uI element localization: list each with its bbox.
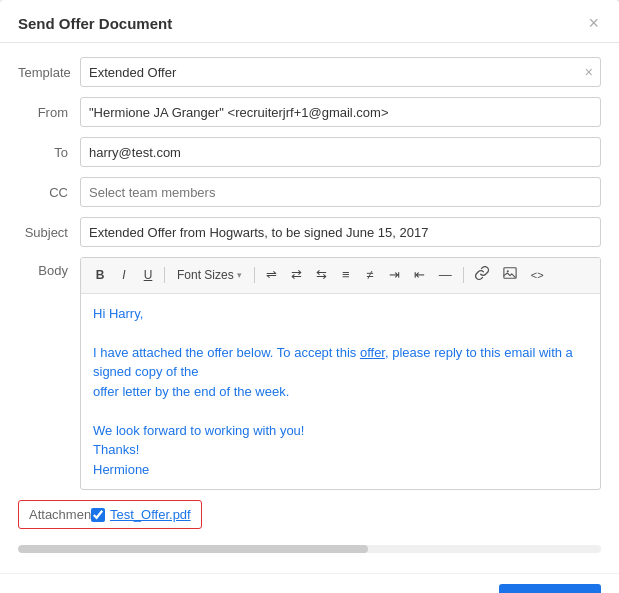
body-line5: Hermione: [93, 460, 588, 480]
italic-button[interactable]: I: [113, 264, 135, 287]
list-bullet-button[interactable]: ≡: [335, 263, 357, 287]
code-button[interactable]: <>: [525, 265, 550, 286]
font-sizes-dropdown[interactable]: Font Sizes ▾: [170, 265, 249, 285]
template-input[interactable]: [80, 57, 601, 87]
align-left-button[interactable]: ⇌: [260, 263, 283, 287]
attachment-checkbox[interactable]: [91, 508, 105, 522]
template-row: Template ×: [18, 57, 601, 87]
dialog-footer: Cancel Send Email: [0, 573, 619, 593]
scrollbar-thumb: [18, 545, 368, 553]
subject-input[interactable]: [80, 217, 601, 247]
dialog-header: Send Offer Document ×: [0, 0, 619, 43]
send-offer-dialog: Send Offer Document × Template × From (f…: [0, 0, 619, 593]
horizontal-scrollbar[interactable]: [18, 545, 601, 553]
to-row: To: [18, 137, 601, 167]
body-line3: We look forward to working with you!: [93, 421, 588, 441]
indent-button[interactable]: ⇥: [383, 263, 406, 287]
subject-row: Subject: [18, 217, 601, 247]
toolbar-separator-3: [463, 267, 464, 283]
toolbar-separator-1: [164, 267, 165, 283]
to-input[interactable]: [80, 137, 601, 167]
body-line2b: offer letter by the end of the week.: [93, 382, 588, 402]
attachments-section: Attachments Test_Offer.pdf: [18, 500, 601, 539]
body-line2: I have attached the offer below. To acce…: [93, 343, 588, 382]
cc-row: CC: [18, 177, 601, 207]
cc-input[interactable]: [80, 177, 601, 207]
align-center-button[interactable]: ⇄: [285, 263, 308, 287]
align-right-button[interactable]: ⇆: [310, 263, 333, 287]
from-input[interactable]: [80, 97, 601, 127]
subject-label: Subject: [18, 225, 80, 240]
svg-point-1: [506, 270, 508, 272]
from-row: From (function() { var el = document.que…: [18, 97, 601, 127]
editor-content[interactable]: Hi Harry, I have attached the offer belo…: [81, 294, 600, 490]
attachment-filename: Test_Offer.pdf: [110, 507, 191, 522]
close-button[interactable]: ×: [586, 14, 601, 32]
outdent-button[interactable]: ⇤: [408, 263, 431, 287]
template-wrapper: ×: [80, 57, 601, 87]
template-clear-button[interactable]: ×: [585, 65, 593, 79]
dialog-body: Template × From (function() { var el = d…: [0, 43, 619, 573]
template-label: Template: [18, 65, 80, 80]
editor-wrapper: B I U Font Sizes ▾ ⇌ ⇄ ⇆ ≡ ≠ ⇥ ⇤: [80, 257, 601, 490]
to-label: To: [18, 145, 80, 160]
body-row: Body B I U Font Sizes ▾ ⇌ ⇄ ⇆ ≡: [18, 257, 601, 490]
editor-toolbar: B I U Font Sizes ▾ ⇌ ⇄ ⇆ ≡ ≠ ⇥ ⇤: [81, 258, 600, 294]
attachment-item: Test_Offer.pdf: [91, 507, 191, 522]
body-label: Body: [18, 257, 80, 278]
body-line1: Hi Harry,: [93, 304, 588, 324]
bold-button[interactable]: B: [89, 264, 111, 287]
attachments-row: Attachments Test_Offer.pdf: [18, 500, 202, 529]
font-sizes-label: Font Sizes: [177, 268, 234, 282]
dropdown-arrow-icon: ▾: [237, 270, 242, 280]
cancel-button[interactable]: Cancel: [424, 585, 488, 593]
body-line4: Thanks!: [93, 440, 588, 460]
send-email-button[interactable]: Send Email: [499, 584, 601, 593]
image-button[interactable]: [497, 263, 523, 288]
toolbar-separator-2: [254, 267, 255, 283]
underline-button[interactable]: U: [137, 264, 159, 287]
attachments-label: Attachments: [29, 507, 91, 522]
rule-button[interactable]: —: [433, 263, 458, 287]
dialog-title: Send Offer Document: [18, 15, 172, 32]
cc-label: CC: [18, 185, 80, 200]
list-number-button[interactable]: ≠: [359, 263, 381, 287]
from-label: From: [18, 105, 80, 120]
link-button[interactable]: [469, 263, 495, 288]
